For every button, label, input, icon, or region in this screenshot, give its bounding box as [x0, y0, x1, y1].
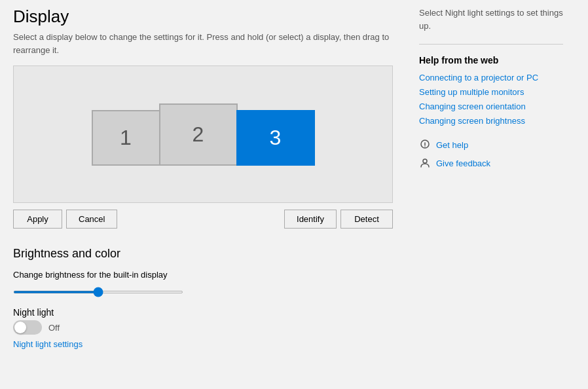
help-link-2[interactable]: Changing screen orientation — [419, 102, 526, 111]
give-feedback-row: Give feedback — [419, 157, 563, 169]
brightness-slider-container — [13, 285, 393, 295]
get-help-link[interactable]: Get help — [436, 140, 468, 150]
brightness-slider[interactable] — [13, 291, 183, 293]
help-link-item-0: Connecting to a projector or PC — [419, 72, 563, 83]
apply-button[interactable]: Apply — [13, 210, 62, 229]
detect-button[interactable]: Detect — [340, 210, 393, 229]
right-panel: Select Night light settings to set thing… — [406, 7, 576, 389]
help-link-1[interactable]: Setting up multiple monitors — [419, 87, 524, 97]
night-light-settings-link[interactable]: Night light settings — [13, 339, 83, 349]
help-link-3[interactable]: Changing screen brightness — [419, 116, 525, 126]
toggle-knob — [14, 322, 26, 333]
monitor-3[interactable]: 3 — [236, 110, 315, 166]
help-link-item-1: Setting up multiple monitors — [419, 86, 563, 97]
display-button-row: Apply Cancel Identify Detect — [13, 210, 393, 229]
svg-point-3 — [423, 159, 427, 163]
svg-point-2 — [424, 146, 425, 147]
help-link-item-3: Changing screen brightness — [419, 115, 563, 126]
brightness-section-title: Brightness and color — [13, 247, 393, 261]
right-divider — [419, 44, 563, 45]
monitor-2[interactable]: 2 — [159, 103, 238, 166]
help-links-list: Connecting to a projector or PC Setting … — [419, 72, 563, 126]
page-subtitle: Select a display below to change the set… — [13, 31, 393, 56]
give-feedback-link[interactable]: Give feedback — [436, 158, 490, 168]
identify-button[interactable]: Identify — [284, 210, 337, 229]
cancel-button[interactable]: Cancel — [66, 210, 117, 229]
help-web-title: Help from the web — [419, 55, 563, 65]
brightness-label: Change brightness for the built-in displ… — [13, 270, 393, 280]
get-help-icon — [419, 139, 431, 151]
monitor-1[interactable]: 1 — [92, 110, 160, 166]
get-help-row: Get help — [419, 139, 563, 151]
night-light-title: Night light — [13, 307, 393, 318]
night-light-toggle[interactable] — [13, 320, 42, 335]
night-light-row: Off — [13, 320, 393, 335]
help-link-0[interactable]: Connecting to a projector or PC — [419, 73, 538, 83]
monitors-row: 1 2 3 — [92, 103, 315, 166]
right-subtitle: Select Night light settings to set thing… — [419, 7, 563, 32]
help-link-item-2: Changing screen orientation — [419, 101, 563, 111]
give-feedback-icon — [419, 157, 431, 169]
display-preview: 1 2 3 — [13, 65, 393, 203]
page-title: Display — [13, 7, 393, 27]
night-light-status: Off — [48, 323, 60, 333]
left-panel: Display Select a display below to change… — [0, 7, 406, 389]
